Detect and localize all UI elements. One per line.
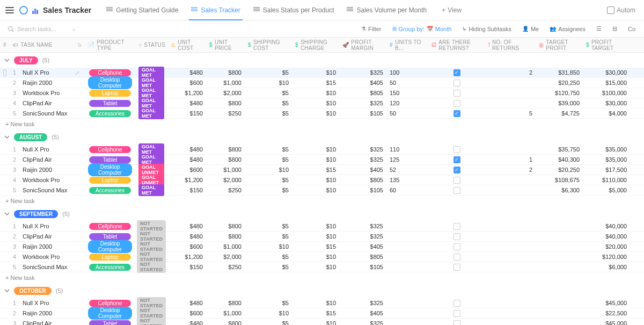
unit-price[interactable]: $250 — [206, 110, 245, 117]
chevron-down-icon[interactable]: ⌄ — [71, 25, 76, 32]
task-name[interactable]: Raijin 2000 — [19, 310, 85, 316]
profit-margin[interactable]: $405 — [339, 243, 386, 250]
returns-checkbox[interactable] — [453, 100, 460, 107]
profit-target[interactable]: $20,000 — [583, 243, 630, 250]
returns-checkbox[interactable]: ✓ — [453, 156, 460, 163]
returns-checkbox[interactable] — [453, 90, 460, 97]
profit-margin[interactable]: $405 — [339, 310, 386, 316]
unit-cost[interactable]: $1,200 — [167, 177, 206, 183]
product-pill[interactable]: Desktop Computer — [88, 307, 132, 320]
units[interactable]: 52 — [386, 167, 428, 173]
profit-target[interactable]: $40,000 — [583, 223, 630, 229]
product-pill[interactable]: Tablet — [89, 100, 131, 107]
col-profit-margin[interactable]: 🚀PROFIT MARGIN — [339, 39, 386, 51]
units[interactable]: 150 — [386, 90, 428, 96]
shipping-charge[interactable]: $15 — [292, 167, 339, 173]
unit-cost[interactable]: $150 — [167, 264, 206, 270]
new-task-button[interactable]: + New task — [0, 119, 644, 129]
product-pill[interactable]: Laptop — [89, 254, 131, 261]
task-name[interactable]: Workbook Pro — [19, 177, 85, 183]
profit-margin[interactable]: $105 — [339, 187, 386, 193]
unit-cost[interactable]: $150 — [167, 110, 206, 117]
returns-checkbox[interactable] — [453, 300, 460, 307]
col-product-type[interactable]: 📄PRODUCT TYPE — [85, 39, 135, 51]
unit-price[interactable]: $250 — [206, 187, 245, 193]
profit-target[interactable]: $30,000 — [583, 100, 630, 106]
profit-target[interactable]: $35,000 — [583, 146, 630, 153]
profit-margin[interactable]: $325 — [339, 156, 386, 163]
subtasks-button[interactable]: ↳Hiding Subtasks — [458, 24, 516, 34]
shipping-cost[interactable]: $5 — [245, 300, 292, 306]
shipping-charge[interactable]: $10 — [292, 110, 339, 117]
profit-margin[interactable]: $325 — [339, 233, 386, 240]
sort-icon[interactable]: ⇅ — [77, 42, 82, 48]
profit-target[interactable]: $45,000 — [583, 300, 630, 306]
unit-price[interactable]: $2,000 — [206, 90, 245, 96]
unit-price[interactable]: $1,000 — [206, 167, 245, 173]
returns-checkbox[interactable] — [453, 320, 460, 326]
shipping-charge[interactable]: $15 — [292, 243, 339, 250]
unit-price[interactable]: $800 — [206, 300, 245, 306]
shipping-cost[interactable]: $5 — [245, 146, 292, 153]
task-name[interactable]: ClipPad Air — [19, 233, 85, 240]
unit-price[interactable]: $1,000 — [206, 243, 245, 250]
units[interactable]: 100 — [386, 69, 428, 76]
target-profit[interactable]: $40,300 — [536, 156, 583, 163]
returns-checkbox[interactable] — [453, 264, 460, 271]
shipping-charge[interactable]: $10 — [292, 300, 339, 306]
task-name[interactable]: Null X Pro — [19, 300, 85, 306]
col-unit-price[interactable]: $UNIT PRICE — [206, 39, 245, 51]
shipping-cost[interactable]: $5 — [245, 264, 292, 270]
target-profit[interactable]: $31,850 — [536, 69, 583, 76]
expand-icon[interactable]: ⤢ — [75, 70, 79, 76]
status-pill[interactable]: GOAL MET — [138, 107, 164, 119]
unit-price[interactable]: $800 — [206, 69, 245, 76]
co-button[interactable]: Co — [624, 24, 640, 34]
product-pill[interactable]: Cellphone — [89, 69, 131, 76]
group-header-august[interactable]: AUGUST(5) — [0, 129, 644, 145]
col-task-name[interactable]: 🏷TASK NAME⇅ — [10, 42, 85, 48]
profit-target[interactable]: $30,000 — [583, 69, 630, 76]
shipping-cost[interactable]: $5 — [245, 156, 292, 163]
shipping-cost[interactable]: $10 — [245, 310, 292, 316]
table-row[interactable]: 4Workbook ProLaptopNOT STARTED$1,200$2,0… — [0, 252, 644, 262]
returns-checkbox[interactable] — [453, 254, 460, 261]
status-pill[interactable]: GOAL MET — [138, 184, 164, 196]
unit-cost[interactable]: $480 — [167, 233, 206, 240]
product-pill[interactable]: Laptop — [89, 177, 131, 184]
product-pill[interactable]: Cellphone — [89, 146, 131, 153]
profit-margin[interactable]: $105 — [339, 110, 386, 117]
unit-price[interactable]: $800 — [206, 223, 245, 229]
unit-cost[interactable]: $600 — [167, 80, 206, 86]
product-pill[interactable]: Desktop Computer — [88, 76, 132, 89]
profit-margin[interactable]: $405 — [339, 167, 386, 173]
returns-checkbox[interactable] — [453, 243, 460, 250]
product-pill[interactable]: Tablet — [89, 233, 131, 240]
unit-price[interactable]: $800 — [206, 233, 245, 240]
product-pill[interactable]: Accessories — [89, 110, 131, 117]
shipping-cost[interactable]: $5 — [245, 254, 292, 260]
col-number[interactable]: # — [0, 42, 10, 48]
table-row[interactable]: 1Null X ProCellphoneNOT STARTED$480$800$… — [0, 221, 644, 232]
chevron-down-icon[interactable] — [4, 57, 10, 63]
unit-price[interactable]: $800 — [206, 156, 245, 163]
automation-button[interactable]: Autom — [603, 6, 640, 14]
shipping-cost[interactable]: $10 — [245, 243, 292, 250]
col-shipping-charge[interactable]: $SHIPPING CHARGE — [292, 39, 339, 51]
shipping-charge[interactable]: $15 — [292, 310, 339, 316]
unit-price[interactable]: $2,000 — [206, 177, 245, 183]
unit-cost[interactable]: $480 — [167, 223, 206, 229]
unit-cost[interactable]: $480 — [167, 69, 206, 76]
target-profit[interactable]: $39,000 — [536, 100, 583, 106]
table-row[interactable]: 5SonicSound MaxAccessoriesNOT STARTED$15… — [0, 262, 644, 272]
shipping-charge[interactable]: $10 — [292, 320, 339, 325]
col-are-returns[interactable]: ☑ARE THERE RETURNS? — [428, 39, 485, 51]
task-name[interactable]: SonicSound Max — [19, 187, 85, 193]
units[interactable]: 135 — [386, 177, 428, 183]
unit-cost[interactable]: $600 — [167, 310, 206, 316]
add-view-button[interactable]: + View — [435, 6, 468, 14]
table-row[interactable]: 3Raijin 2000Desktop ComputerNOT STARTED$… — [0, 242, 644, 252]
table-row[interactable]: 2Raijin 2000Desktop ComputerNOT STARTED$… — [0, 308, 644, 319]
units[interactable]: 50 — [386, 110, 428, 117]
num-returns[interactable]: 1 — [485, 156, 536, 163]
